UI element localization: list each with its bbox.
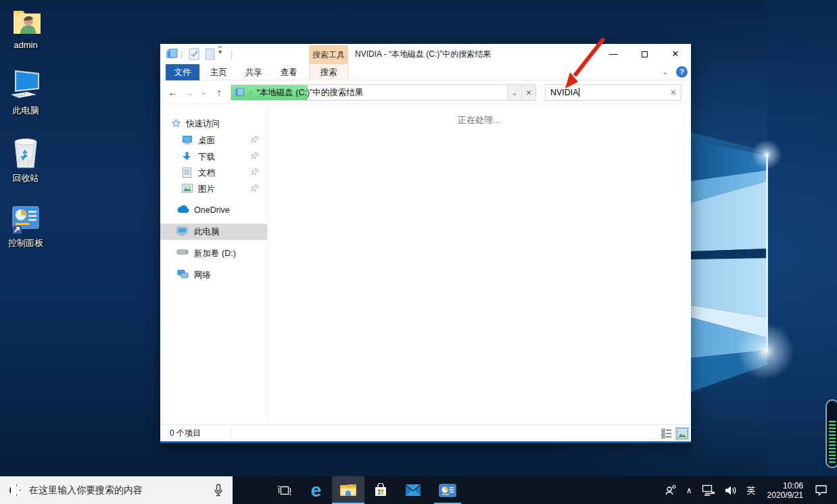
address-bar[interactable]: › “本地磁盘 (C:)”中的搜索结果 ⌄ ✕ [231,84,536,101]
taskbar-search-input[interactable]: 在这里输入你要搜索的内容 [0,476,233,504]
tab-search[interactable]: 搜索 [309,64,348,80]
back-button[interactable]: ← [166,80,181,104]
file-explorer-icon [339,483,357,497]
windows-logo-icon [11,484,22,496]
desktop-icon [182,135,193,145]
sidebar-item-quick-access[interactable]: 快速访问 [160,116,267,132]
details-view-button[interactable] [661,428,673,439]
desktop-icon-this-pc[interactable]: 此电脑 [0,69,51,117]
pane-divider[interactable] [267,104,268,426]
window-title: NVIDIA - “本地磁盘 (C:)”中的搜索结果 [355,44,491,64]
microphone-icon[interactable] [214,484,223,497]
pin-icon [251,135,259,143]
sidebar-item-pictures[interactable]: 图片 [160,181,267,197]
clock-date: 2020/9/21 [767,490,803,500]
search-clear-icon[interactable]: ✕ [670,85,677,100]
onedrive-cloud-icon [176,205,190,213]
taskbar-mail-button[interactable] [397,476,429,504]
qat-new-folder-icon[interactable] [205,48,215,60]
network-ethernet-icon [702,484,715,496]
action-center-button[interactable] [815,484,828,496]
sidebar-item-drive-d[interactable]: 新加卷 (D:) [160,245,267,261]
up-button[interactable]: ↑ [212,80,226,104]
action-center-icon [815,484,828,496]
help-icon[interactable]: ? [676,66,688,78]
close-button[interactable]: ✕ [660,44,691,64]
tab-home[interactable]: 主页 [201,64,236,80]
taskbar-file-explorer-button[interactable] [332,476,364,504]
qat-separator: | [181,49,183,59]
breadcrumb-path[interactable]: “本地磁盘 (C:)”中的搜索结果 [257,88,364,97]
volume-gauge-fill [829,421,836,464]
desktop-icon-recycle-bin[interactable]: 回收站 [0,135,51,184]
sidebar-item-this-pc[interactable]: 此电脑 [160,224,267,240]
recycle-bin-icon [10,135,41,170]
qat-properties-icon[interactable] [189,48,200,60]
breadcrumb: › “本地磁盘 (C:)”中的搜索结果 [234,85,363,100]
sidebar-item-network[interactable]: 网络 [160,267,267,283]
taskbar-control-panel-button[interactable] [431,476,464,504]
speaker-icon [725,485,738,496]
forward-button[interactable]: → [182,80,197,104]
task-view-button[interactable] [269,476,300,504]
sidebar-item-desktop[interactable]: 桌面 [160,132,267,149]
volume-gauge [826,399,837,468]
clock-time: 10:06 [767,481,803,490]
taskbar-edge-button[interactable]: e [300,476,332,504]
desktop-icon-label: 此电脑 [0,105,51,117]
recent-locations-dropdown-icon[interactable]: ⌄ [198,80,209,104]
text-caret [579,88,579,97]
navigation-pane: 快速访问 桌面 下载 文档 图片 [160,104,267,426]
start-button[interactable] [0,476,32,504]
qat-customize-dropdown-icon[interactable]: ▾ [218,47,222,57]
clock[interactable]: 10:06 2020/9/21 [767,481,803,500]
desktop-icon-admin[interactable]: admin [0,7,51,50]
minimize-button[interactable]: — [598,44,629,64]
navigation-bar: ← → ⌄ ↑ › “本地磁盘 (C:)”中的搜索结果 ⌄ ✕ NVIDIA ✕ [160,80,691,104]
volume-button[interactable] [725,485,738,496]
tab-share[interactable]: 共享 [236,64,271,80]
sidebar-item-onedrive[interactable]: OneDrive [160,202,267,218]
pin-icon [251,151,259,159]
show-hidden-icons-chevron[interactable]: ∧ [686,486,692,495]
network-button[interactable] [702,484,715,496]
pin-icon [251,168,259,176]
desktop-icon-control-panel[interactable]: 控制面板 [0,203,51,249]
taskbar-store-button[interactable] [364,476,397,504]
this-pc-icon [176,226,188,236]
large-icons-view-button[interactable] [676,428,688,439]
people-icon [665,484,677,496]
status-divider [231,427,231,440]
user-folder-icon [11,7,41,38]
edge-icon: e [311,481,322,500]
control-panel-icon [10,203,41,235]
explorer-window: | ▾ | 搜索工具 NVIDIA - “本地磁盘 (C:)”中的搜索结果 — … [160,44,691,443]
people-button[interactable] [665,484,677,496]
quick-access-star-icon [171,118,181,128]
sidebar-item-documents[interactable]: 文档 [160,165,267,181]
downloads-icon [182,151,192,161]
search-tools-contextual-tab[interactable]: 搜索工具 [309,45,348,64]
mail-icon [405,484,421,497]
sidebar-item-downloads[interactable]: 下载 [160,149,267,165]
desktop-icon-label: 回收站 [0,172,51,184]
stop-button[interactable]: ✕ [521,85,535,100]
address-dropdown-icon[interactable]: ⌄ [507,85,521,100]
maximize-icon [642,51,648,57]
pin-icon [251,184,259,192]
tab-view[interactable]: 查看 [271,64,306,80]
qat-separator: | [231,49,233,59]
maximize-button[interactable] [629,44,660,64]
search-input[interactable]: NVIDIA ✕ [545,84,681,101]
ribbon-collapse-icon[interactable]: ⌄ [662,67,669,76]
tab-file[interactable]: 文件 [166,64,199,80]
ime-indicator[interactable]: 英 [747,484,756,497]
task-view-icon [278,484,291,497]
breadcrumb-chevron-icon: › [249,88,252,97]
explorer-logo-icon[interactable] [166,49,178,59]
taskbar: 在这里输入你要搜索的内容 e [0,476,837,504]
documents-icon [183,168,191,178]
item-count: 0 个项目 [170,425,201,442]
ribbon-tab-row: 文件 主页 共享 查看 搜索 ⌄ ? [160,64,691,80]
search-query-text: NVIDIA [550,88,579,97]
